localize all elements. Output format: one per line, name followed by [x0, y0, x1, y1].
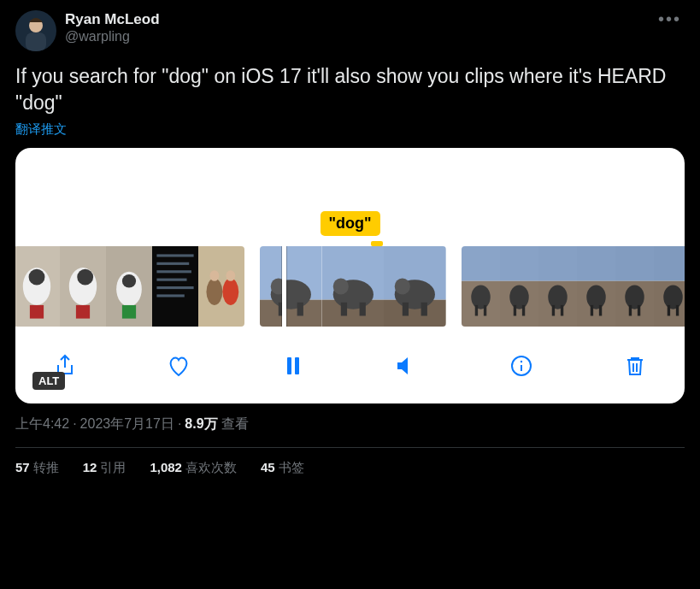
avatar[interactable] [15, 10, 56, 51]
media-card[interactable]: "dog" [15, 148, 685, 403]
svg-point-42 [395, 279, 410, 295]
mute-icon[interactable] [391, 350, 422, 381]
bookmarks-stat[interactable]: 45书签 [261, 460, 304, 476]
svg-rect-60 [577, 246, 615, 281]
svg-point-57 [548, 286, 568, 309]
svg-rect-10 [76, 305, 90, 319]
pause-icon[interactable] [278, 350, 309, 381]
svg-rect-74 [676, 305, 679, 316]
svg-point-67 [625, 286, 644, 309]
clip-thumbnail [152, 246, 198, 327]
svg-point-25 [226, 270, 235, 281]
svg-point-9 [77, 269, 93, 286]
media-whitespace: "dog" [15, 148, 685, 246]
translate-link[interactable]: 翻译推文 [15, 121, 685, 138]
svg-point-13 [122, 274, 136, 288]
clip-group-1[interactable] [15, 246, 244, 327]
quotes-stat[interactable]: 12引用 [83, 460, 126, 476]
clip-thumbnail [615, 246, 654, 327]
date[interactable]: 2023年7月17日 [80, 416, 174, 431]
clip-thumbnail [198, 246, 244, 327]
svg-rect-45 [462, 246, 500, 281]
clip-group-3[interactable] [462, 246, 685, 327]
retweets-stat[interactable]: 57转推 [15, 460, 59, 476]
tweet-stats: 57转推 12引用 1,082喜欢次数 45书签 [15, 448, 685, 476]
svg-rect-44 [421, 303, 427, 316]
clip-thumbnail [15, 246, 60, 327]
svg-point-47 [471, 286, 491, 309]
svg-rect-19 [156, 279, 186, 281]
clip-thumbnail [654, 246, 685, 327]
svg-rect-75 [287, 357, 291, 374]
clip-thumbnail [60, 246, 106, 327]
svg-rect-16 [156, 254, 193, 256]
svg-rect-32 [297, 303, 303, 316]
clip-thumbnail [462, 246, 500, 327]
svg-point-72 [663, 286, 683, 309]
more-options-icon[interactable]: ••• [655, 10, 685, 27]
playhead[interactable] [282, 246, 286, 327]
alt-badge[interactable]: ALT [32, 372, 65, 390]
svg-rect-65 [615, 246, 654, 281]
svg-rect-14 [122, 305, 136, 319]
svg-rect-50 [500, 246, 538, 281]
likes-stat[interactable]: 1,082喜欢次数 [150, 460, 237, 476]
clip-thumbnail [577, 246, 615, 327]
svg-rect-73 [668, 305, 670, 316]
svg-rect-54 [522, 305, 525, 316]
svg-rect-2 [26, 32, 46, 51]
clip-timeline[interactable] [15, 246, 685, 339]
svg-point-78 [520, 361, 521, 362]
svg-rect-37 [340, 303, 346, 316]
svg-rect-63 [591, 305, 593, 316]
svg-rect-17 [156, 262, 189, 265]
media-toolbar [15, 339, 685, 403]
svg-point-36 [332, 279, 348, 295]
svg-point-52 [509, 286, 529, 309]
clip-thumbnail [322, 246, 385, 327]
svg-rect-6 [30, 305, 44, 319]
tweet-meta: 上午4:42·2023年7月17日·8.9万 查看 [15, 415, 685, 448]
clip-group-2[interactable] [260, 246, 446, 327]
svg-rect-20 [156, 286, 193, 289]
svg-rect-68 [629, 305, 632, 316]
svg-rect-53 [514, 305, 516, 316]
svg-rect-58 [552, 305, 555, 316]
clip-thumbnail [538, 246, 577, 327]
handle: @warpling [65, 28, 646, 45]
clip-thumbnail [260, 246, 322, 327]
svg-rect-43 [403, 303, 409, 316]
clip-thumbnail [384, 246, 446, 327]
svg-rect-69 [638, 305, 640, 316]
svg-rect-21 [156, 294, 184, 297]
svg-rect-70 [654, 246, 685, 281]
views-count[interactable]: 8.9万 [185, 416, 217, 431]
views-label: 查看 [221, 416, 249, 431]
svg-rect-18 [156, 270, 191, 273]
clip-thumbnail [106, 246, 152, 327]
trash-icon[interactable] [620, 350, 650, 381]
tweet-text: If you search for "dog" on iOS 17 it'll … [15, 63, 685, 116]
svg-point-5 [29, 269, 45, 286]
heart-icon[interactable] [163, 350, 194, 381]
display-name: Ryan McLeod [65, 10, 646, 28]
search-term-label: "dog" [320, 211, 379, 236]
time[interactable]: 上午4:42 [15, 416, 69, 431]
svg-rect-48 [475, 305, 478, 316]
svg-point-23 [206, 279, 222, 305]
tweet-container: Ryan McLeod @warpling ••• If you search … [0, 0, 700, 486]
svg-rect-76 [295, 357, 299, 374]
svg-point-26 [210, 270, 220, 281]
svg-rect-49 [484, 305, 486, 316]
svg-rect-64 [599, 305, 602, 316]
tweet-header: Ryan McLeod @warpling ••• [15, 10, 685, 51]
info-icon[interactable] [506, 350, 537, 381]
svg-point-24 [222, 279, 238, 305]
svg-rect-59 [561, 305, 563, 316]
svg-rect-55 [538, 246, 577, 281]
clip-thumbnail [500, 246, 538, 327]
author-names[interactable]: Ryan McLeod @warpling [65, 10, 646, 45]
svg-rect-38 [359, 303, 365, 316]
svg-point-62 [586, 286, 606, 309]
